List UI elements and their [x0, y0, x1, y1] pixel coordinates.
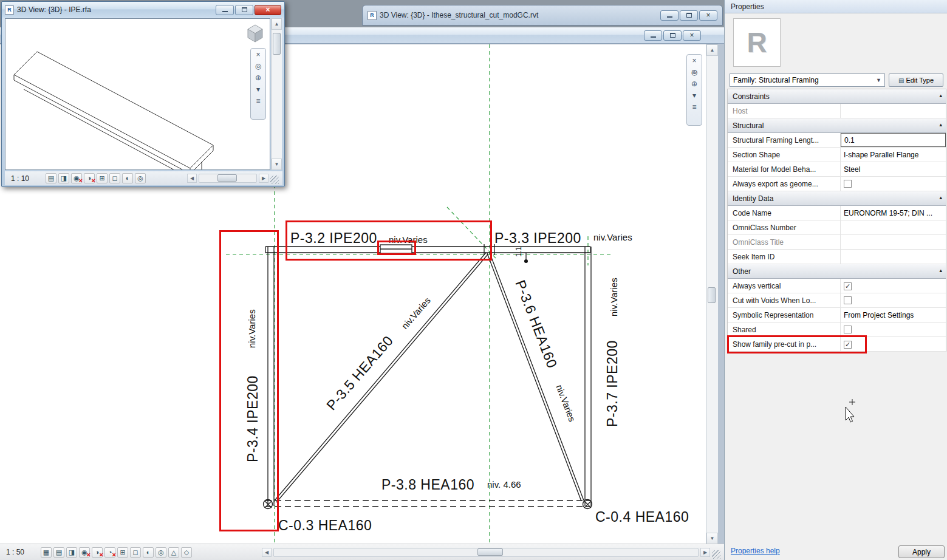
viewcube[interactable] [244, 22, 266, 44]
navigation-bar[interactable]: ×◎⊕▾≡ [250, 48, 266, 120]
resize-grip[interactable] [270, 176, 279, 184]
property-label: Structural Framing Lengt... [728, 133, 841, 147]
beam-level-p32: niv.Varies [389, 234, 428, 245]
property-value[interactable] [841, 323, 946, 336]
horizontal-scrollbar[interactable] [199, 174, 257, 183]
visual-style-icon[interactable]: ◨ [58, 173, 69, 183]
shadows-icon[interactable]: ◑× [92, 547, 103, 558]
temporary-hide-isolate-icon[interactable]: ◐ [122, 173, 133, 183]
resize-grip[interactable] [712, 550, 720, 559]
property-section-header[interactable]: Structural▴ [728, 118, 946, 133]
vertical-scrollbar[interactable]: ▲ ▼ [271, 18, 282, 170]
steering-wheel-icon[interactable]: ◎ [252, 62, 264, 71]
scroll-left-arrow[interactable]: ◀ [187, 174, 197, 183]
checkbox[interactable]: ✓ [844, 282, 852, 290]
navigation-bar[interactable]: 2D ×◎⊕▾≡ [686, 54, 702, 126]
minimize-button[interactable] [644, 30, 662, 41]
close-button[interactable]: × [683, 30, 701, 41]
property-value[interactable]: ✓ [841, 279, 946, 293]
scrollbar-thumb[interactable] [217, 174, 237, 182]
property-value[interactable]: Steel [841, 162, 946, 176]
scale-button[interactable]: 1 : 10 [9, 174, 35, 183]
analytical-model-icon[interactable]: ◇ [181, 547, 192, 558]
section-collapse-icon[interactable]: ▴ [939, 121, 942, 128]
family-3d-view[interactable]: ×◎⊕▾≡ [5, 18, 270, 170]
maximize-button[interactable] [680, 10, 698, 21]
detail-level-icon[interactable]: ▤ [53, 547, 64, 558]
zoom-icon[interactable]: ⊕ [688, 80, 700, 89]
family-window-titlebar[interactable]: R 3D View: {3D} - IPE.rfa × [2, 2, 284, 18]
property-value[interactable]: From Project Settings [841, 308, 946, 322]
vertical-scrollbar[interactable]: ▲ ▼ [706, 44, 718, 544]
property-value[interactable] [841, 250, 946, 264]
property-section-header[interactable]: Identity Data▴ [728, 191, 946, 206]
scrollbar-thumb[interactable] [273, 33, 281, 55]
scrollbar-thumb[interactable] [708, 287, 716, 303]
property-value[interactable]: EURONORM 19-57; DIN ... [841, 206, 946, 220]
scroll-up-arrow[interactable]: ▲ [272, 18, 282, 30]
zoom-options-icon[interactable]: ▾ [688, 91, 700, 100]
shadows-icon[interactable]: ◑× [84, 173, 95, 183]
highlight-rectangle [727, 335, 867, 353]
scale-button[interactable]: 1 : 50 [4, 547, 30, 557]
sun-path-icon[interactable]: ◉× [71, 173, 82, 183]
unlocked-view-icon[interactable]: △ [168, 547, 179, 558]
maximize-button[interactable] [235, 5, 253, 15]
edit-type-button[interactable]: ▤ Edit Type [889, 73, 943, 87]
property-value[interactable] [841, 177, 946, 191]
close-button[interactable]: × [255, 5, 281, 15]
property-value[interactable]: I-shape Parallel Flange [841, 148, 946, 162]
show-rendering-dialog-icon[interactable]: ◔× [104, 547, 115, 558]
show-crop-region-icon[interactable]: ◻ [130, 547, 141, 558]
minimize-button[interactable] [216, 5, 234, 15]
scroll-right-arrow[interactable]: ▶ [700, 548, 710, 557]
section-collapse-icon[interactable]: ▴ [939, 267, 942, 273]
property-value[interactable] [841, 235, 946, 249]
project-window-titlebar[interactable]: R 3D View: {3D} - Ithese_structural_cut_… [363, 5, 722, 25]
section-collapse-icon[interactable]: ▴ [939, 194, 942, 200]
checkbox[interactable] [844, 180, 852, 188]
zoom-icon[interactable]: ⊕ [252, 73, 264, 83]
sun-path-icon[interactable]: ◉× [79, 547, 90, 558]
minimize-button[interactable] [660, 10, 679, 21]
property-value[interactable] [841, 104, 946, 118]
zoom-options-icon[interactable]: ▾ [252, 85, 264, 94]
properties-panel-header[interactable]: Properties [725, 0, 947, 13]
scrollbar-thumb[interactable] [477, 548, 503, 556]
scroll-up-arrow[interactable]: ▲ [706, 44, 718, 56]
show-crop-region-icon[interactable]: ◻ [109, 173, 120, 183]
maximize-button[interactable] [663, 30, 682, 41]
property-value[interactable] [841, 220, 946, 234]
project-window-title: 3D View: {3D} - Ithese_structural_cut_mo… [380, 11, 538, 19]
property-section-header[interactable]: Other▴ [728, 264, 946, 279]
temporary-hide-isolate-icon[interactable]: ◐ [143, 547, 154, 558]
section-collapse-icon[interactable]: ▴ [939, 92, 942, 98]
steering-wheel-icon[interactable]: ◎ [688, 68, 700, 77]
close-navbar-icon[interactable]: × [688, 56, 700, 66]
horizontal-scrollbar[interactable] [273, 548, 699, 557]
navbar-grip-icon[interactable]: ≡ [688, 103, 700, 112]
scroll-right-arrow[interactable]: ▶ [259, 174, 268, 183]
scroll-down-arrow[interactable]: ▼ [272, 159, 282, 170]
apply-button[interactable]: Apply [898, 545, 945, 558]
scroll-down-arrow[interactable]: ▼ [706, 533, 718, 544]
properties-help-link[interactable]: Properties help [731, 547, 780, 555]
close-button[interactable]: × [699, 10, 717, 21]
family-selector-dropdown[interactable]: Family: Structural Framing ▼ [730, 73, 885, 87]
reveal-hidden-elements-icon[interactable]: ◎ [156, 547, 166, 558]
property-value[interactable] [841, 293, 946, 307]
crop-view-icon[interactable]: ⊞ [97, 173, 108, 183]
view-control-icons: ▤◨◉×◑×⊞◻◐◎ [46, 173, 146, 183]
crop-view-icon[interactable]: ⊞ [117, 547, 128, 558]
property-section-header[interactable]: Constraints▴ [728, 89, 946, 104]
scroll-left-arrow[interactable]: ◀ [262, 548, 272, 557]
checkbox[interactable] [844, 296, 852, 304]
property-value[interactable]: 0.1 [841, 133, 946, 147]
checkbox[interactable] [844, 326, 852, 333]
navbar-grip-icon[interactable]: ≡ [252, 97, 264, 106]
close-navbar-icon[interactable]: × [252, 50, 264, 60]
reveal-hidden-elements-icon[interactable]: ◎ [135, 173, 146, 183]
detail-level-icon[interactable]: ▤ [46, 173, 56, 183]
worksharing-display-icon[interactable]: ▦ [41, 547, 52, 558]
visual-style-icon[interactable]: ◨ [66, 547, 77, 558]
